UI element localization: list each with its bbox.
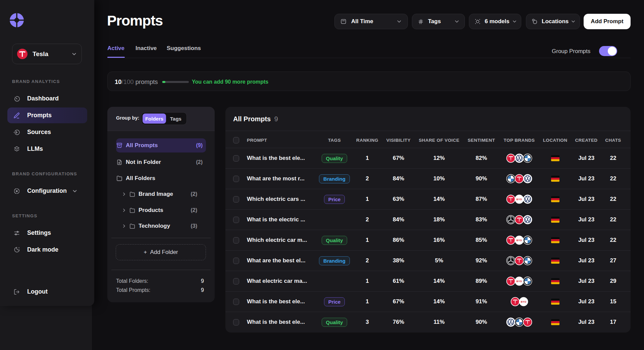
svg-text:BYD: BYD (521, 300, 526, 303)
svg-text:BYD: BYD (517, 198, 522, 201)
svg-text:BYD: BYD (517, 239, 522, 242)
svg-text:BYD: BYD (517, 280, 522, 283)
